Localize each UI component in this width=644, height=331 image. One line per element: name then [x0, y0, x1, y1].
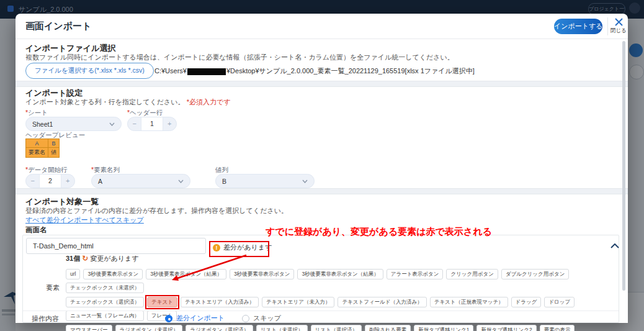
element-chip: ダブルクリック用ボタン: [501, 269, 570, 279]
header-divider: [607, 17, 608, 35]
screen-import-modal: 画面インポート インポートする 閉じる インポートファイル選択 複数ファイル同時…: [16, 14, 628, 323]
selected-file-path: C:¥Users¥¥Desktop¥サンプル_2.0.000_要素一覧_2022…: [154, 66, 475, 76]
element-chip: ラジオボタン（選択済）: [186, 325, 253, 331]
close-button[interactable]: 閉じる: [610, 16, 627, 35]
data-start-stepper[interactable]: − 2 +: [25, 174, 75, 188]
diff-badge: ! 差分があります: [213, 243, 272, 252]
element-col-select[interactable]: A: [91, 174, 190, 188]
element-col-value: A: [98, 178, 102, 185]
change-count: 31個: [66, 255, 80, 262]
annotation-text: すでに登録があり、変更がある要素は赤で表示される: [266, 226, 492, 238]
element-chip: ラジオボタン（未選択）: [115, 325, 183, 331]
modal-title: 画面インポート: [25, 20, 91, 32]
header-row-value: 1: [141, 117, 163, 130]
close-icon: [614, 17, 624, 27]
data-start-label: *データ開始行: [25, 166, 68, 175]
element-chip: リスト（未選択）: [256, 325, 308, 331]
operation-row-label: 操作内容: [32, 314, 59, 324]
stepper-plus-button[interactable]: +: [61, 175, 74, 188]
screen-name-label: 画面名: [25, 225, 47, 235]
element-chip: 新規タブ遷移リンク1: [414, 325, 473, 331]
operation-radio-group: 差分インポートスキップ: [165, 314, 281, 323]
refresh-icon: ↻: [82, 254, 88, 263]
element-chip: テキストエリア（入力済み）: [181, 297, 259, 307]
element-chip: 3秒後要素表示ボタン: [83, 269, 143, 279]
header-preview-table: AB要素名値: [25, 138, 60, 158]
element-chip: 3秒後要素非表示ボタン: [230, 269, 294, 279]
radio-icon[interactable]: [242, 315, 249, 322]
element-chip: ドロップ: [544, 297, 575, 307]
element-chip: チェックボックス（未選択）: [66, 283, 144, 293]
sheet-select[interactable]: Sheet1: [25, 117, 122, 131]
section-divider: [16, 81, 628, 87]
radio-label: スキップ: [253, 314, 281, 323]
radio-label: 差分インポート: [176, 314, 225, 323]
value-col-select[interactable]: B: [215, 174, 315, 188]
header-row-stepper[interactable]: − 1 +: [127, 117, 177, 131]
element-chip: url: [66, 269, 80, 279]
element-col-label: *要素名列: [91, 166, 120, 175]
sheet-label: *シート: [25, 109, 48, 117]
element-chip: 3秒後要素表示ボタン（結果）: [146, 269, 226, 279]
element-chip: ドラッグ: [511, 297, 542, 307]
redacted-username: [187, 68, 226, 75]
change-text: 変更があります: [90, 255, 138, 262]
element-chip: チェックボックス（選択済）: [66, 297, 144, 307]
stepper-minus-button[interactable]: −: [128, 117, 141, 130]
operation-radio-unselected[interactable]: スキップ: [242, 314, 281, 323]
element-row-label: 要素: [46, 283, 60, 292]
select-file-button[interactable]: ファイルを選択する(*.xlsx *.xls *.csv): [25, 63, 154, 79]
screen: サンプル_2.0.000 プロジェクト一覧 画面インポート インポートする 閉じ…: [0, 0, 644, 331]
file-section-description: 複数ファイル同時にインポートする場合は、インポートに必要な情報（拡張子・シート名…: [25, 53, 454, 62]
data-start-value: 2: [39, 175, 61, 188]
required-note: *必須入力です: [187, 98, 231, 106]
radio-icon[interactable]: [165, 315, 172, 322]
all-diff-import-link[interactable]: すべて差分インポート: [25, 215, 95, 225]
element-chip: 要素の表示: [540, 325, 575, 331]
stepper-plus-button[interactable]: +: [163, 117, 176, 130]
modal-header: 画面インポート インポートする 閉じる: [16, 14, 628, 39]
warning-icon: !: [213, 244, 220, 252]
sheet-select-value: Sheet1: [32, 120, 53, 128]
header-row-label: *ヘッダー行: [127, 109, 163, 117]
element-chip: テキストフィールド（入力済み）: [338, 297, 426, 307]
chevron-down-icon: [178, 179, 184, 183]
chevron-down-icon: [109, 122, 115, 126]
close-label: 閉じる: [610, 27, 627, 35]
preview-cell: 値: [48, 148, 60, 158]
change-summary: 31個↻変更があります: [66, 254, 139, 263]
value-col-value: B: [222, 178, 226, 185]
import-button[interactable]: インポートする: [554, 19, 602, 34]
element-chip: アラート表示ボタン: [387, 269, 444, 279]
value-col-label: 値列: [215, 166, 228, 175]
chevron-down-icon: [302, 179, 308, 183]
element-chip: 3秒後要素非表示ボタン（結果）: [297, 269, 383, 279]
section-divider: [16, 188, 628, 194]
element-chip-highlighted: テキスト: [147, 297, 177, 307]
operation-radio-selected[interactable]: 差分インポート: [165, 314, 225, 323]
screen-accordion: ! 差分があります 31個↻変更があります 要素 url3秒後要素表示ボタン3秒…: [22, 235, 619, 323]
element-chip: テキストエリア（未入力）: [262, 297, 334, 307]
stepper-minus-button[interactable]: −: [26, 175, 39, 188]
element-chip: 新規タブ遷移リンク2: [476, 325, 536, 331]
element-chip: マウスオーバー: [66, 325, 112, 331]
element-chip: リスト（選択済）: [311, 325, 362, 331]
diff-badge-text: 差分があります: [223, 243, 272, 252]
file-path-suffix: ¥Desktop¥サンプル_2.0.000_要素一覧_20221129_1655…: [226, 67, 475, 75]
preview-header-cell: A: [26, 139, 48, 148]
settings-description-text: インポート対象とする列・行を指定してください。: [25, 98, 185, 106]
all-skip-link[interactable]: すべてスキップ: [95, 215, 144, 225]
element-chip: クリック用ボタン: [446, 269, 498, 279]
operation-row: 操作内容 差分インポートスキップ: [23, 311, 619, 324]
target-section-description: 登録済の内容とファイルの内容に差分が存在します。操作内容を選択してください。: [25, 206, 288, 215]
chevron-up-icon[interactable]: [610, 243, 619, 248]
element-chip: 削除される要素: [365, 325, 411, 331]
file-path-prefix: C:¥Users¥: [154, 67, 187, 75]
element-chip: テキスト（正規表現マッチ）: [430, 297, 508, 307]
preview-cell: 要素名: [26, 148, 48, 158]
screen-name-input[interactable]: [26, 238, 206, 254]
modal-scrollbar[interactable]: [622, 41, 625, 291]
preview-header-cell: B: [48, 139, 60, 148]
settings-section-description: インポート対象とする列・行を指定してください。 *必須入力です: [25, 97, 230, 107]
